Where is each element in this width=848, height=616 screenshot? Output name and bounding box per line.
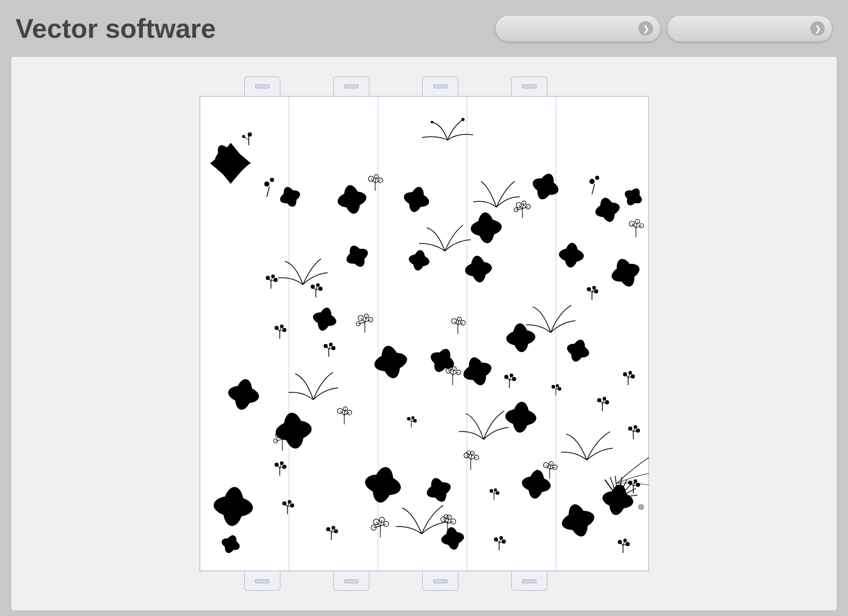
svg-line-209: [376, 522, 380, 526]
svg-point-230: [273, 278, 277, 282]
tab-top-4: [511, 77, 547, 96]
svg-point-104: [531, 479, 541, 489]
svg-point-257: [329, 342, 332, 346]
svg-point-76: [574, 347, 582, 355]
tab-notch-bottom-2: [344, 579, 359, 583]
tab-notch-bottom-3: [433, 579, 448, 583]
flowers-svg: [200, 96, 649, 571]
tab-notch-top-4: [522, 84, 537, 88]
svg-point-68: [437, 356, 447, 365]
svg-line-196: [470, 457, 476, 459]
svg-point-225: [589, 179, 594, 184]
svg-point-80: [237, 389, 249, 400]
svg-point-20: [412, 195, 421, 204]
svg-line-139: [522, 203, 524, 209]
svg-line-195: [470, 453, 472, 459]
svg-point-8: [221, 152, 229, 160]
arrow-right-icon-1: ❯: [638, 21, 653, 36]
nav-button-2[interactable]: ❯: [667, 15, 832, 42]
svg-point-12: [286, 193, 293, 201]
svg-point-236: [316, 283, 319, 287]
svg-point-223: [270, 178, 274, 182]
tab-bottom-1: [244, 571, 280, 591]
svg-point-44: [415, 257, 423, 264]
svg-point-299: [280, 461, 284, 465]
svg-point-108: [572, 514, 584, 527]
svg-point-293: [636, 483, 640, 487]
svg-line-131: [375, 177, 376, 183]
svg-line-141: [516, 209, 522, 210]
svg-point-56: [620, 267, 631, 278]
tab-notch-top-3: [433, 84, 448, 88]
svg-point-153: [356, 322, 360, 326]
svg-point-286: [636, 429, 640, 433]
tab-notch-bottom-4: [522, 579, 537, 583]
svg-point-88: [515, 412, 526, 423]
nav-buttons: ❯ ❯: [495, 15, 832, 42]
svg-point-278: [602, 397, 606, 400]
svg-line-212: [374, 526, 380, 528]
svg-point-244: [594, 289, 598, 293]
svg-point-167: [452, 367, 456, 371]
svg-point-129: [378, 178, 382, 183]
tab-notch-top-1: [255, 84, 270, 88]
svg-point-4: [247, 132, 251, 137]
svg-point-64: [384, 356, 397, 368]
svg-line-177: [340, 411, 344, 415]
svg-line-130: [371, 179, 375, 183]
svg-line-194: [466, 455, 470, 459]
app-header: Vector software ❯ ❯: [0, 0, 848, 57]
svg-point-125: [461, 118, 464, 121]
nav-button-1[interactable]: ❯: [495, 15, 661, 42]
svg-line-210: [380, 520, 382, 526]
svg-line-157: [358, 322, 365, 324]
tab-notch-top-2: [344, 84, 359, 88]
svg-point-335: [556, 384, 559, 387]
svg-line-227: [592, 184, 594, 194]
svg-point-199: [549, 461, 553, 465]
svg-point-3: [242, 135, 245, 138]
svg-line-154: [361, 318, 365, 322]
svg-point-151: [364, 314, 368, 318]
svg-point-320: [499, 536, 503, 540]
svg-line-2: [244, 137, 248, 140]
svg-point-314: [334, 529, 338, 533]
svg-point-96: [376, 478, 390, 491]
svg-point-84: [472, 366, 482, 377]
svg-line-224: [266, 187, 269, 197]
svg-point-145: [639, 223, 644, 228]
canvas-area: [11, 57, 837, 610]
svg-line-170: [448, 371, 452, 375]
tab-top-3: [422, 77, 458, 96]
svg-line-162: [454, 321, 457, 325]
svg-point-285: [633, 425, 637, 429]
svg-line-201: [546, 465, 549, 469]
svg-point-36: [630, 194, 636, 200]
svg-point-327: [623, 539, 627, 543]
design-canvas[interactable]: [199, 96, 649, 572]
svg-point-16: [347, 194, 357, 205]
svg-point-342: [411, 416, 414, 419]
svg-line-138: [518, 205, 522, 209]
svg-point-112: [226, 499, 240, 514]
svg-point-48: [473, 264, 483, 274]
svg-point-40: [353, 252, 361, 260]
svg-line-218: [443, 519, 447, 523]
svg-point-100: [434, 485, 443, 494]
svg-point-32: [603, 206, 612, 214]
svg-point-72: [515, 333, 526, 343]
app-title: Vector software: [16, 13, 485, 44]
svg-point-120: [448, 534, 456, 543]
tab-top-1: [244, 77, 280, 96]
svg-point-258: [331, 346, 335, 350]
svg-point-136: [526, 204, 530, 209]
svg-point-192: [474, 455, 479, 460]
svg-point-24: [480, 222, 492, 233]
svg-point-126: [430, 121, 433, 123]
svg-point-207: [383, 521, 389, 527]
svg-point-229: [271, 275, 275, 278]
svg-line-146: [632, 223, 636, 228]
tab-bottom-2: [333, 571, 369, 591]
svg-line-140: [522, 207, 528, 209]
svg-point-28: [541, 182, 550, 191]
